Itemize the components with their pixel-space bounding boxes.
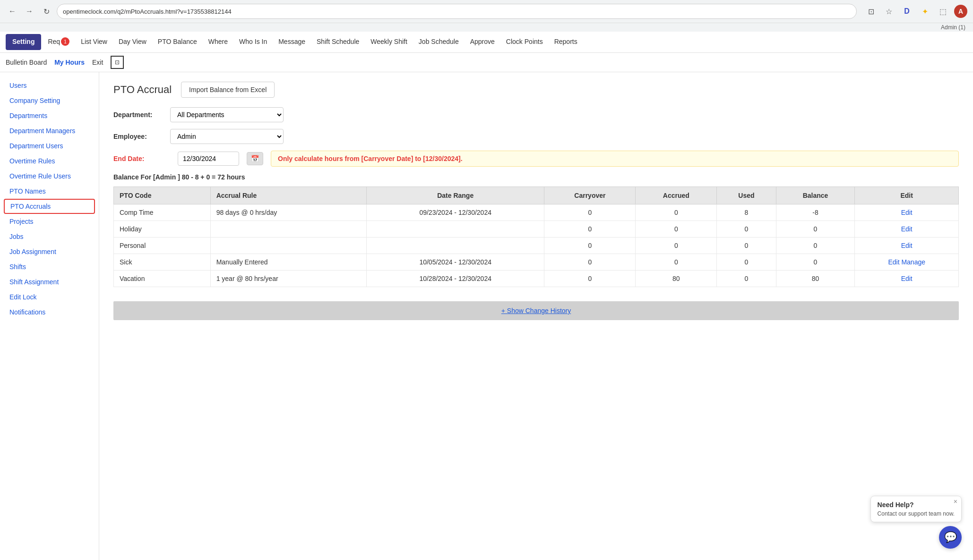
nav-item-shift-schedule[interactable]: Shift Schedule (312, 32, 364, 52)
import-balance-button[interactable]: Import Balance from Excel (181, 82, 275, 98)
cell-balance: -8 (776, 204, 855, 221)
department-label: Department: (113, 111, 170, 119)
col-accrued: Accrued (636, 187, 717, 204)
sidebar-item-overtime-rules[interactable]: Overtime Rules (0, 153, 99, 169)
back-button[interactable]: ← (6, 5, 19, 18)
subnav-my-hours[interactable]: My Hours (54, 59, 85, 66)
nav-item-clock-points[interactable]: Clock Points (501, 32, 548, 52)
page-title: PTO Accrual (113, 84, 172, 96)
nav-item-reports[interactable]: Reports (550, 32, 582, 52)
nav-item-day-view[interactable]: Day View (114, 32, 151, 52)
reload-button[interactable]: ↻ (40, 5, 53, 18)
profile-avatar[interactable]: A (954, 5, 967, 18)
cell-edit: Edit (855, 204, 959, 221)
edit-link[interactable]: Edit (888, 258, 899, 266)
subnav-bulletin-board[interactable]: Bulletin Board (6, 59, 47, 66)
nav-item-pto-balance[interactable]: PTO Balance (153, 32, 202, 52)
sidebar-item-notifications[interactable]: Notifications (0, 305, 99, 320)
extension-icon-d[interactable]: D (900, 5, 913, 18)
sidebar-item-company-setting[interactable]: Company Setting (0, 93, 99, 108)
sidebar-item-edit-lock[interactable]: Edit Lock (0, 289, 99, 305)
col-balance: Balance (776, 187, 855, 204)
bookmark-icon[interactable]: ☆ (882, 5, 896, 18)
edit-link[interactable]: Edit (901, 209, 913, 216)
calendar-button[interactable]: 📅 (247, 152, 263, 165)
cell-carryover: 0 (544, 271, 636, 287)
cell-pto-code: Holiday (114, 221, 211, 238)
nav-item-approve[interactable]: Approve (465, 32, 499, 52)
page-header: PTO Accrual Import Balance from Excel (113, 82, 959, 98)
col-edit: Edit (855, 187, 959, 204)
admin-label: Admin (1) (0, 23, 973, 32)
sidebar-item-department-managers[interactable]: Department Managers (0, 123, 99, 138)
cell-date-range: 09/23/2024 - 12/30/2024 (367, 204, 544, 221)
department-row: Department: All Departments (113, 107, 959, 122)
sidebar-item-shift-assignment[interactable]: Shift Assignment (0, 274, 99, 289)
sidebar-item-projects[interactable]: Projects (0, 214, 99, 229)
col-accrual-rule: Accrual Rule (210, 187, 366, 204)
sidebar-item-job-assignment[interactable]: Job Assignment (0, 244, 99, 259)
end-date-row: End Date: 📅 Only calculate hours from [C… (113, 151, 959, 167)
table-row: Comp Time98 days @ 0 hrs/day09/23/2024 -… (114, 204, 959, 221)
edit-link[interactable]: Edit (901, 242, 913, 249)
help-bubble-close[interactable]: × (954, 498, 957, 505)
forward-button[interactable]: → (23, 5, 36, 18)
sidebar-item-overtime-rule-users[interactable]: Overtime Rule Users (0, 169, 99, 184)
sidebar-item-pto-names[interactable]: PTO Names (0, 184, 99, 199)
sidebar-item-users[interactable]: Users (0, 78, 99, 93)
cell-date-range: 10/05/2024 - 12/30/2024 (367, 254, 544, 271)
cell-balance: 0 (776, 254, 855, 271)
end-date-input[interactable] (178, 152, 239, 166)
cell-accrual-rule (210, 238, 366, 254)
employee-select[interactable]: Admin (170, 129, 284, 144)
exit-button[interactable]: Exit (92, 59, 103, 66)
cell-edit: Edit (855, 238, 959, 254)
col-carryover: Carryover (544, 187, 636, 204)
cell-edit: Edit Manage (855, 254, 959, 271)
sidebar-item-departments[interactable]: Departments (0, 108, 99, 123)
department-select[interactable]: All Departments (170, 107, 284, 122)
cell-date-range (367, 238, 544, 254)
sidebar-item-jobs[interactable]: Jobs (0, 229, 99, 244)
change-history-bar[interactable]: + Show Change History (113, 301, 959, 320)
cell-accrual-rule: 98 days @ 0 hrs/day (210, 204, 366, 221)
sidebar-item-department-users[interactable]: Department Users (0, 138, 99, 153)
requests-badge: 1 (61, 37, 69, 46)
nav-item-job-schedule[interactable]: Job Schedule (414, 32, 464, 52)
balance-info: Balance For [Admin ] 80 - 8 + 0 = 72 hou… (113, 173, 959, 181)
nav-item-list-view[interactable]: List View (76, 32, 112, 52)
nav-item-where[interactable]: Where (204, 32, 232, 52)
nav-item-who-is-in[interactable]: Who Is In (234, 32, 272, 52)
help-chat-button[interactable]: 💬 (939, 526, 962, 549)
main-layout: Users Company Setting Departments Depart… (0, 72, 973, 560)
nav-item-weekly-shift[interactable]: Weekly Shift (366, 32, 412, 52)
screen-icon[interactable]: ⊡ (111, 56, 124, 69)
edit-link[interactable]: Edit (901, 275, 913, 282)
cell-pto-code: Comp Time (114, 204, 211, 221)
nav-item-setting[interactable]: Setting (6, 34, 41, 50)
extension-icon-star[interactable]: ✦ (918, 5, 931, 18)
nav-item-message[interactable]: Message (274, 32, 310, 52)
edit-link[interactable]: Edit (901, 225, 913, 233)
table-row: Personal0000Edit (114, 238, 959, 254)
help-text: Contact our support team now. (878, 510, 955, 517)
main-content: PTO Accrual Import Balance from Excel De… (99, 72, 973, 560)
employee-label: Employee: (113, 133, 170, 140)
notice-box: Only calculate hours from [Carryover Dat… (271, 151, 959, 167)
nav-item-requests[interactable]: Req 1 (43, 32, 74, 52)
cast-icon[interactable]: ⊡ (864, 5, 878, 18)
sidebar-item-shifts[interactable]: Shifts (0, 259, 99, 274)
show-change-history-link[interactable]: + Show Change History (501, 307, 571, 314)
cell-used: 0 (717, 271, 776, 287)
sidebar-item-pto-accruals[interactable]: PTO Accruals (4, 199, 95, 214)
extensions-icon[interactable]: ⬚ (936, 5, 949, 18)
col-date-range: Date Range (367, 187, 544, 204)
cell-carryover: 0 (544, 221, 636, 238)
browser-toolbar: ⊡ ☆ D ✦ ⬚ A (864, 5, 967, 18)
end-date-label: End Date: (113, 155, 170, 162)
manage-link[interactable]: Manage (901, 258, 925, 266)
address-bar[interactable] (57, 4, 857, 19)
cell-accrual-rule: 1 year @ 80 hrs/year (210, 271, 366, 287)
table-row: Holiday0000Edit (114, 221, 959, 238)
table-body: Comp Time98 days @ 0 hrs/day09/23/2024 -… (114, 204, 959, 287)
